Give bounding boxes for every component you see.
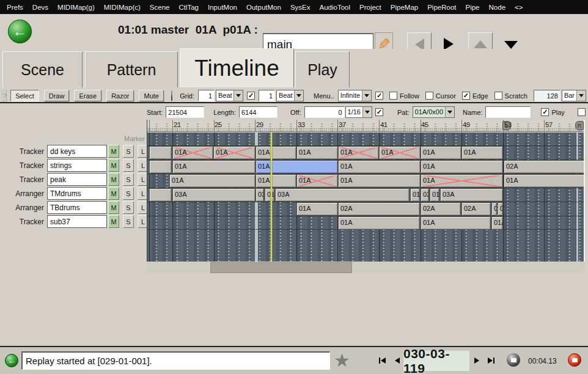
mute-button[interactable]: M: [108, 215, 119, 228]
pattern-block-01a[interactable]: 01A: [265, 188, 274, 202]
checkbox-box[interactable]: [578, 108, 586, 116]
solo-button[interactable]: S: [123, 173, 134, 186]
dropdown-arrow-icon[interactable]: [445, 107, 454, 117]
mute-button[interactable]: M: [108, 159, 119, 172]
sphere-icon[interactable]: [171, 90, 172, 101]
pattern-block-01a[interactable]: 01A: [255, 160, 338, 174]
offset-input[interactable]: [304, 106, 345, 118]
dropdown-arrow-icon[interactable]: [576, 90, 586, 101]
grid2-value-input[interactable]: [259, 90, 275, 101]
pattern-block-01a[interactable]: 01A: [255, 174, 296, 188]
mode-link-checkbox[interactable]: ✓: [375, 92, 383, 100]
pattern-block-01a[interactable]: 01A: [338, 160, 421, 174]
pattern-block-01a[interactable]: 01A: [379, 146, 421, 160]
status-back-button[interactable]: ←: [5, 354, 18, 367]
grid2-unit-dropdown[interactable]: Beat: [276, 90, 304, 101]
pattern-block-01a[interactable]: 01A: [430, 188, 439, 202]
pattern-block-01a[interactable]: 01A: [169, 174, 255, 188]
menu-item-devs[interactable]: Devs: [32, 4, 48, 11]
pattern-block-02a[interactable]: 02A: [504, 160, 584, 174]
scratch-checkbox[interactable]: Scratch: [494, 92, 527, 100]
pattern-block-01a[interactable]: 01A: [421, 174, 503, 188]
nav-down-button[interactable]: [504, 41, 518, 49]
menu-item-sysex[interactable]: SysEx: [290, 4, 311, 11]
offset-link-checkbox[interactable]: ✓: [375, 108, 383, 116]
pattern-block-empty[interactable]: [149, 146, 172, 160]
checkbox-box[interactable]: ✓: [247, 92, 255, 100]
start-input[interactable]: [166, 106, 204, 118]
checkbox-box[interactable]: [494, 92, 502, 100]
menu-label[interactable]: Menu..: [314, 92, 334, 100]
track-name-input[interactable]: [47, 201, 107, 214]
dropdown-arrow-icon[interactable]: [233, 90, 243, 101]
menu-item-prefs[interactable]: Prefs: [7, 4, 23, 11]
menu-item-ctltag[interactable]: CtlTag: [178, 4, 199, 11]
pattern-block-01a[interactable]: 01A: [504, 174, 584, 188]
nav-next-button[interactable]: [444, 38, 454, 50]
edge-checkbox[interactable]: ✓Edge: [462, 92, 488, 100]
pattern-block-01a[interactable]: 01A: [296, 202, 338, 216]
tab-timeline[interactable]: Timeline: [180, 48, 294, 87]
track-name-input[interactable]: [47, 187, 107, 200]
track-name-input[interactable]: [47, 173, 107, 186]
stop-button[interactable]: [507, 353, 520, 367]
menu-item-pipemap[interactable]: PipeMap: [391, 4, 418, 11]
pattern-block-02a[interactable]: 02A: [498, 202, 503, 216]
pattern-block-03a[interactable]: 03A: [440, 188, 503, 202]
pattern-block-02a[interactable]: 02A: [421, 202, 461, 216]
pattern-name-input[interactable]: [485, 106, 531, 118]
pattern-dropdown[interactable]: 01A/0x00: [413, 106, 455, 118]
menu-item-outputmon[interactable]: OutputMon: [246, 4, 281, 11]
menu-item-pipe[interactable]: Pipe: [466, 4, 480, 11]
mute-button[interactable]: M: [108, 173, 119, 186]
track-name-input[interactable]: [47, 145, 107, 158]
length-input[interactable]: [239, 106, 277, 118]
pattern-block-01a[interactable]: 01A: [421, 146, 461, 160]
mute-button[interactable]: M: [108, 145, 119, 158]
mute-button[interactable]: M: [108, 201, 119, 214]
menu-item-inputmon[interactable]: InputMon: [208, 4, 237, 11]
pattern-block-empty[interactable]: [149, 188, 172, 202]
menu-item-audiotool[interactable]: AudioTool: [319, 4, 350, 11]
checkbox-box[interactable]: ✓: [541, 108, 549, 116]
tool-select-button[interactable]: Select: [10, 90, 39, 101]
dropdown-arrow-icon[interactable]: [294, 90, 303, 101]
pattern-block-03a[interactable]: 03A: [421, 188, 429, 202]
status-message-input[interactable]: [21, 351, 330, 370]
tool-erase-button[interactable]: Erase: [74, 90, 101, 101]
grid-body[interactable]: 01A01A01A01A01A01A01A01A01A01A01A01A02A0…: [147, 133, 584, 262]
pattern-block-empty[interactable]: [149, 160, 172, 174]
record-stop-button[interactable]: [568, 353, 581, 367]
pattern-block-01a[interactable]: 01A: [338, 216, 420, 230]
skip-to-start-button[interactable]: [379, 358, 386, 364]
pattern-block-01a[interactable]: 01A: [421, 160, 503, 174]
menu-item-scene[interactable]: Scene: [150, 4, 170, 11]
solo-button[interactable]: S: [123, 187, 134, 200]
pattern-block-01a[interactable]: 01A: [338, 174, 421, 188]
pattern-block-03a[interactable]: 03A: [275, 188, 410, 202]
pattern-block-01a[interactable]: 01A: [213, 146, 255, 160]
pattern-block-02a[interactable]: 02A: [461, 202, 491, 216]
menu-item-midimap-g[interactable]: MIDIMap(g): [57, 4, 95, 11]
grid1-unit-dropdown[interactable]: Beat: [216, 90, 243, 101]
tool-draw-button[interactable]: Draw: [44, 90, 70, 101]
menu-item-project[interactable]: Project: [359, 4, 381, 11]
checkbox-box[interactable]: ✓: [375, 108, 383, 116]
menu-item-midimap-c[interactable]: MIDIMap(c): [104, 4, 141, 11]
offset-unit-dropdown[interactable]: 1/16: [345, 106, 372, 118]
pattern-block-01a[interactable]: 01A: [461, 146, 503, 160]
checkbox-box[interactable]: [425, 92, 433, 100]
help-button[interactable]: ?: [2, 90, 7, 101]
pattern-block-01a[interactable]: 01A: [296, 146, 338, 160]
grid-link-checkbox[interactable]: ✓: [247, 92, 255, 100]
solo-button[interactable]: S: [123, 145, 134, 158]
scrollbar-thumb[interactable]: [210, 262, 352, 273]
step-back-button[interactable]: [395, 358, 400, 364]
pattern-block-01a[interactable]: 01A: [172, 160, 255, 174]
timeline-grid[interactable]: LR21252933374145495357 01A01A01A01A01A01…: [147, 120, 585, 262]
follow-checkbox[interactable]: Follow: [389, 92, 419, 100]
menu-item-piperoot[interactable]: PipeRoot: [427, 4, 456, 11]
tool-mute-button[interactable]: Mute: [139, 90, 163, 101]
sync-loop-icon[interactable]: [356, 353, 375, 370]
tab-play[interactable]: Play: [295, 51, 350, 87]
